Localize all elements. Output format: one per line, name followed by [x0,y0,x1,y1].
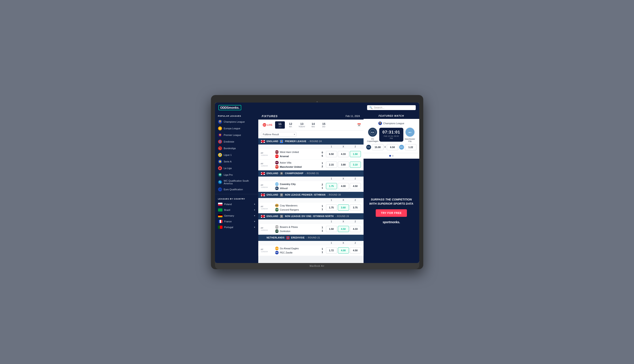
match-scores: 1 1 [321,226,324,232]
sidebar: POPULAR LEAGUES 🏆 Champions League ⭐ Eur… [215,113,258,263]
odds-2[interactable]: 3.75 [350,204,361,210]
match-teams: WHU West Ham United ARS Arsenal [275,150,321,158]
search-icon: 🔍 [369,106,373,109]
country-label-france: France [224,220,232,223]
germany-flag [218,214,223,217]
england-flag [261,172,265,175]
sidebar-item-france[interactable]: France ▾ [215,218,258,224]
odds-x[interactable]: 4.33 [338,151,349,157]
league-section-non-league-div-one: ENGLAND ⚽ NON LEAGUE DIV ONE: ISTHMIAN N… [258,213,364,234]
sidebar-item-ligue1[interactable]: ⚽ Ligue 1 [215,152,258,158]
sidebar-item-label: Bundesliga [224,147,236,150]
ligue1-icon: ⚽ [218,153,222,157]
match-date: 11/02/24 [261,186,275,188]
team-name: West Ham United [280,151,299,154]
team-logo: MNU [275,165,279,169]
featured-league-icon: 🏆 [378,122,382,125]
team-logo: COV [275,182,279,186]
sidebar-item-la-liga[interactable]: 🏟 La Liga [215,165,258,172]
sidebar-item-wc-qual-sa[interactable]: 🌎 WC Qualification South America [215,178,258,186]
team-logo: ARS [275,154,279,158]
odds-x[interactable]: 4.50 [338,226,349,232]
featured-odds-1[interactable]: 15.00 [372,144,383,150]
sidebar-item-label: Eredivisie [224,140,234,143]
odds-1[interactable]: 6.50 [326,151,337,157]
sidebar-item-serie-a[interactable]: 🌟 Serie A [215,158,258,165]
odds-x[interactable]: 4.00 [338,247,349,254]
league-emblem: ⚽ [280,194,283,196]
score-away: 1 [322,208,323,210]
odds-x[interactable]: 4.00 [338,183,349,189]
featured-team-away: MCI Manchester City [403,127,417,142]
league-round: - ROUND 30 [327,194,341,196]
sidebar-item-portugal[interactable]: Portugal ▾ [215,224,258,230]
team-name: Concord Rangers [280,208,299,211]
odds-2[interactable]: 1.50 [350,151,361,157]
match-teams: AVL Aston Villa MNU Manchester United [275,161,321,169]
date-item-15[interactable]: 15 DO [319,121,329,129]
date-item-14[interactable]: 14 WO [308,121,318,129]
sidebar-item-champions-league[interactable]: 🏆 Champions League [215,118,258,125]
odds-2[interactable]: 3.10 [350,162,361,168]
sportmonks-logo: sportmonks. [383,220,400,224]
dot-2[interactable] [392,155,394,157]
euro-qual-icon: 🇪🇺 [218,188,222,192]
fixtures-title: FIXTURES [262,114,278,118]
team-logo: GOR [275,230,279,233]
odds-col-2: 2 [350,199,361,201]
featured-odds-2[interactable]: 1.22 [405,144,416,150]
odds-1[interactable]: 2.15 [326,162,337,168]
league-section-eredivisie: NETHERLANDS 🌀 EREDIVISIE - ROUND 21 1 X … [258,235,364,256]
team-logo: AVL [275,161,279,164]
sidebar-item-brazil[interactable]: Brazil ▾ [215,207,258,213]
score-home: 1 [322,248,323,250]
logo[interactable]: ODDS monks. [219,105,241,110]
score-away: 1 [322,251,323,254]
sidebar-item-label: Serie A [224,160,232,163]
odds-2[interactable]: 4.50 [350,247,361,254]
odds-cells: 1.50 4.50 4.33 [326,226,361,232]
sidebar-item-label: Euro Qualification [224,188,243,191]
sidebar-item-germany[interactable]: Germany ▾ [215,213,258,218]
calendar-icon[interactable]: 📅 [357,123,361,127]
league-name: EREDIVISIE [291,236,305,239]
odds-2[interactable]: 4.33 [350,226,361,232]
team-name: Millwall [280,187,288,190]
date-item-13[interactable]: 13 TODAY [296,121,307,129]
portugal-flag [218,226,223,229]
odds-col-x: X [338,242,349,244]
date-item-11[interactable]: 11 ZO [275,121,285,129]
match-date: 11/02/24 [261,154,275,156]
featured-team-home-name: FC Copenhagen [366,138,379,142]
odds-x[interactable]: 3.80 [338,162,349,168]
odds-col-1: 1 [326,242,337,244]
odds-1[interactable]: 1.72 [326,247,337,254]
odds-col-x: X [338,220,349,223]
featured-odds-x[interactable]: 6.50 [387,144,398,150]
sidebar-item-premier-league[interactable]: 🦁 Premier League [215,132,258,138]
sidebar-item-euro-qual[interactable]: 🇪🇺 Euro Qualification [215,186,258,193]
live-label: LIVE [267,124,272,126]
match-scores: 1 1 [321,205,324,210]
team-logo: MIL [275,186,279,190]
sidebar-item-europa-league[interactable]: ⭐ Europa League [215,125,258,132]
try-for-free-button[interactable]: TRY FOR FREE [376,209,407,217]
odds-1[interactable]: 1.50 [326,226,337,232]
live-badge[interactable]: 14 LIVE [261,122,274,128]
sidebar-item-eredivisie[interactable]: 🌀 Eredivisie [215,138,258,145]
odds-2[interactable]: 4.50 [350,183,361,189]
date-item-12[interactable]: 12 MA [286,121,295,129]
odds-1[interactable]: 1.75 [326,204,337,210]
filter-select[interactable]: Fulltime Result [261,132,296,137]
dot-1[interactable] [389,155,391,157]
odds-1[interactable]: 1.75 [326,183,337,189]
match-scores: 1 1 [321,248,324,254]
sidebar-item-poland[interactable]: Poland ▾ [215,201,258,207]
sidebar-item-liga-pro[interactable]: 🌍 Liga Pro [215,172,258,178]
table-row: FT 11/02/24 AVL Aston Villa MNU [258,159,364,170]
odds-x[interactable]: 3.60 [338,204,349,210]
table-row: FT 11/02/24 CRY Cray Wanderers CON [258,202,364,213]
search-bar[interactable]: 🔍 Search... [367,105,416,110]
score-home: 1 [322,162,323,164]
sidebar-item-bundesliga[interactable]: 🦅 Bundesliga [215,145,258,152]
